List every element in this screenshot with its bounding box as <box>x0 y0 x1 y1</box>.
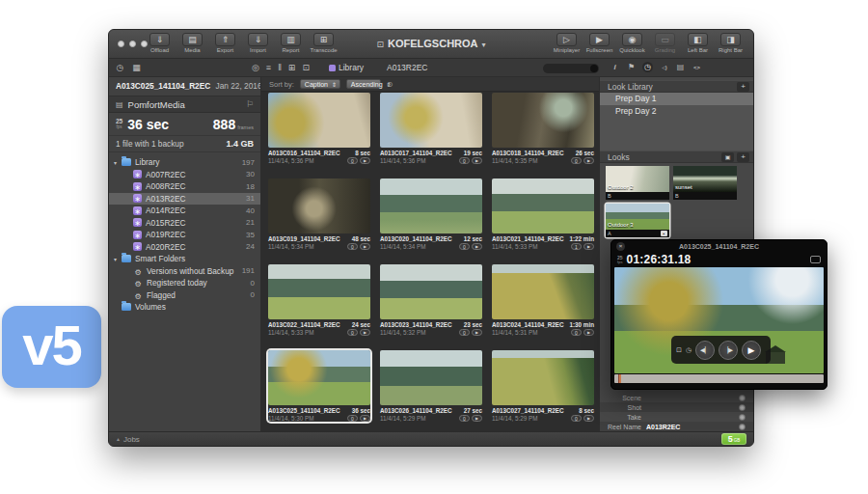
video-frame[interactable]: ◀▏ ▕▶ ▶ <box>614 267 824 373</box>
clip-tile[interactable]: A013C016_141104_R2EC 8 sec 11/4/14, 5:36… <box>268 93 370 164</box>
play-badge-icon[interactable]: ▶ <box>583 415 594 422</box>
tree-item[interactable]: Flagged 0 <box>109 289 260 302</box>
field-lock-icon[interactable] <box>739 404 746 411</box>
clip-tile[interactable]: A013C025_141104_R2EC 36 sec 11/4/14, 5:3… <box>268 350 370 422</box>
flag-outline-icon[interactable]: ⚐ <box>246 99 254 109</box>
clip-thumbnail[interactable] <box>492 264 594 319</box>
grid-view-icon[interactable] <box>288 63 296 72</box>
toolbar-button-icon[interactable] <box>622 33 642 46</box>
toolbar-button[interactable]: Export <box>210 33 240 53</box>
sort-order-dropdown[interactable]: Ascending <box>346 79 381 89</box>
clip-tile[interactable]: A013C020_141104_R2EC 12 sec 11/4/14, 5:3… <box>380 178 482 250</box>
jobs-toggle[interactable]: ▲ Jobs <box>116 435 140 444</box>
clip-thumbnail[interactable] <box>380 93 482 148</box>
look-library-item[interactable]: Prep Day 2 <box>600 105 753 118</box>
toolbar-button[interactable]: Grading <box>650 33 680 53</box>
breadcrumb-tab[interactable]: A013R2EC <box>377 63 428 72</box>
play-badge-icon[interactable]: ▶ <box>360 157 370 164</box>
toolbar-button-icon[interactable] <box>688 33 708 46</box>
play-badge-icon[interactable]: ▶ <box>360 415 370 422</box>
clip-thumbnail[interactable] <box>492 350 594 405</box>
tree-item[interactable]: A014R2EC 40 <box>109 205 260 217</box>
toolbar-button[interactable]: Miniplayer <box>552 33 582 53</box>
metadata-field-row[interactable]: Scene <box>600 393 753 402</box>
toolbar-button-icon[interactable] <box>248 33 268 46</box>
clip-thumbnail[interactable] <box>380 178 482 233</box>
toolbar-button-icon[interactable] <box>182 33 203 46</box>
play-button[interactable]: ▶ <box>742 341 761 360</box>
toolbar-button-icon[interactable] <box>720 33 741 46</box>
storage-icon[interactable] <box>131 63 142 73</box>
tree-item[interactable]: A007R2EC 30 <box>109 169 260 181</box>
tree-item[interactable]: A019R2EC 35 <box>109 229 260 241</box>
volume-row[interactable]: ▤ PomfortMedia ⚐ <box>109 96 260 113</box>
look-tile[interactable]: Outdoor 2 B <box>606 166 669 200</box>
monitor-icon[interactable] <box>810 256 821 263</box>
filter-target-icon[interactable] <box>252 63 259 72</box>
toolbar-button[interactable]: Fullscreen <box>584 33 614 53</box>
player-view-icon[interactable] <box>302 63 310 72</box>
field-lock-icon[interactable] <box>739 424 746 430</box>
clip-tile[interactable]: A013C024_141104_R2EC 1:30 min 11/4/14, 5… <box>492 264 594 336</box>
copy-look-button[interactable]: ▣ <box>721 152 734 162</box>
clip-tile[interactable]: A013C027_141104_R2EC 8 sec 11/4/14, 5:29… <box>492 350 594 422</box>
toolbar-button-icon[interactable] <box>281 33 301 46</box>
field-lock-icon[interactable] <box>739 414 746 421</box>
inspector-tab-icon[interactable] <box>692 62 702 72</box>
step-forward-button[interactable]: ▕▶ <box>719 341 738 360</box>
toolbar-button[interactable]: Transcode <box>309 33 339 53</box>
toolbar-button[interactable]: Media <box>177 33 207 53</box>
clip-thumbnail[interactable] <box>268 178 370 233</box>
look-library-item[interactable]: Prep Day 1 <box>600 93 753 105</box>
look-tile[interactable]: sunset B <box>673 166 737 200</box>
metadata-field-row[interactable]: Shot <box>600 402 753 412</box>
playhead-marker[interactable] <box>618 374 621 383</box>
add-look-library-button[interactable]: + <box>737 82 749 92</box>
metadata-field-row[interactable]: Take <box>600 412 753 422</box>
sort-field-dropdown[interactable]: Caption <box>300 79 340 89</box>
inspector-tab-icon[interactable] <box>610 62 620 72</box>
list-view-icon[interactable] <box>266 63 271 72</box>
clip-thumbnail[interactable] <box>380 264 482 319</box>
clip-tile[interactable]: A013C018_141104_R2EC 26 sec 11/4/14, 5:3… <box>492 93 594 164</box>
history-icon[interactable] <box>115 63 125 73</box>
toolbar-button-icon[interactable] <box>313 33 334 46</box>
column-view-icon[interactable] <box>278 63 282 72</box>
tree-item[interactable]: A020R2EC 24 <box>109 241 260 254</box>
clip-tile[interactable]: A013C017_141104_R2EC 19 sec 11/4/14, 5:3… <box>380 93 482 164</box>
toolbar-button[interactable]: Quicklook <box>617 33 647 53</box>
add-look-button[interactable]: + <box>737 152 749 162</box>
tree-item[interactable]: ▾ Library 197 <box>109 156 260 169</box>
playback-clock-icon[interactable] <box>686 346 692 354</box>
toolbar-button-icon[interactable] <box>215 33 235 46</box>
tree-item[interactable]: A013R2EC 31 <box>109 193 260 206</box>
metadata-field-row[interactable]: Reel Name A013R2EC <box>600 422 753 431</box>
clip-thumbnail[interactable] <box>492 178 594 233</box>
play-badge-icon[interactable]: ▶ <box>472 329 482 336</box>
tree-item[interactable]: Registered today 0 <box>109 277 260 289</box>
play-badge-icon[interactable]: ▶ <box>360 329 370 336</box>
play-badge-icon[interactable]: ▶ <box>583 243 594 250</box>
tree-item[interactable]: ▾ Smart Folders <box>109 253 260 265</box>
field-lock-icon[interactable] <box>739 395 746 401</box>
toolbar-button[interactable]: Import <box>243 33 273 53</box>
tree-item[interactable]: A008R2EC 18 <box>109 180 260 193</box>
tree-item[interactable]: A015R2EC 21 <box>109 217 260 230</box>
toolbar-button-icon[interactable] <box>589 33 610 46</box>
clip-thumbnail[interactable] <box>268 350 370 405</box>
inspector-tab-icon[interactable] <box>675 62 686 72</box>
minimize-window-icon[interactable] <box>129 41 136 47</box>
sort-reset-icon[interactable]: ⊙ <box>387 80 393 89</box>
inspector-tab-icon[interactable] <box>626 62 637 72</box>
clip-thumbnail[interactable] <box>492 93 594 148</box>
toolbar-button[interactable]: Left Bar <box>683 33 713 53</box>
traffic-lights[interactable] <box>118 41 148 47</box>
tree-item[interactable]: Volumes <box>109 301 260 314</box>
clip-tile[interactable]: A013C026_141104_R2EC 27 sec 11/4/14, 5:2… <box>380 350 482 422</box>
step-back-button[interactable]: ◀▏ <box>695 341 715 360</box>
tree-item[interactable]: Versions without Backup 191 <box>109 265 260 278</box>
clip-thumbnail[interactable] <box>380 350 482 405</box>
toolbar-button-icon[interactable] <box>556 33 577 46</box>
breadcrumb-tab[interactable]: Library <box>329 63 364 72</box>
camera-icon[interactable] <box>676 346 682 354</box>
